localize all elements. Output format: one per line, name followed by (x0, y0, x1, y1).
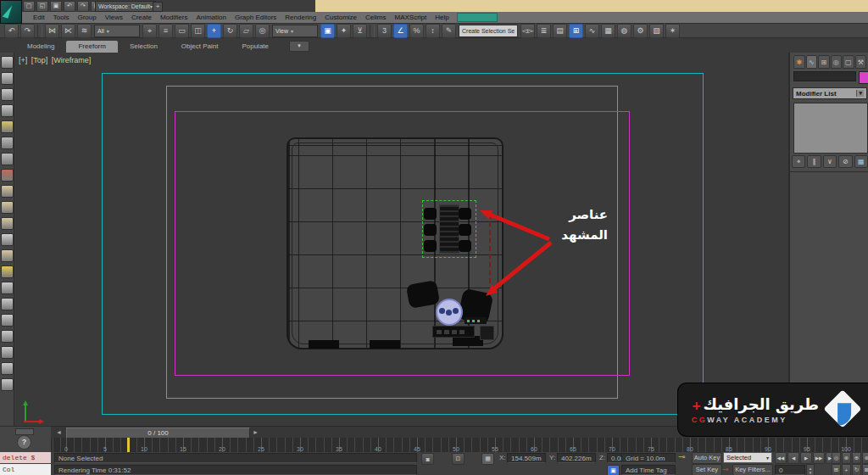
select-and-rotate-icon[interactable]: ↻ (223, 24, 237, 38)
render-setup-icon[interactable]: ⚙ (633, 24, 648, 38)
left-toolbar-icon-21[interactable] (1, 378, 14, 391)
y-coordinate-field[interactable]: 402.226m (557, 453, 596, 463)
select-and-manipulate-icon[interactable]: ✦ (337, 24, 351, 38)
zoom-button[interactable]: ◎ (832, 452, 841, 464)
select-object-icon[interactable]: ⌖ (142, 24, 157, 38)
left-toolbar-icon-10[interactable] (1, 201, 14, 214)
selection-filter-dropdown[interactable]: All (94, 25, 140, 37)
edit-named-selection-sets-icon[interactable]: ✎ (442, 24, 456, 38)
add-time-tag-field[interactable]: Add Time Tag (621, 465, 676, 475)
redo-quick-icon[interactable]: ↷ (77, 1, 89, 12)
ribbon-minimize-dropdown[interactable]: ▾ (289, 41, 309, 52)
viewport-menu-view[interactable]: [Top] (31, 56, 48, 64)
counter-object[interactable] (432, 326, 475, 338)
orbit-button[interactable]: ↻ (852, 464, 861, 475)
go-to-start-button[interactable]: ◀◀ (775, 452, 787, 464)
add-workspace-button[interactable]: + (153, 2, 163, 12)
auto-key-button[interactable]: Auto Key (692, 452, 722, 464)
tab-selection[interactable]: Selection (118, 41, 170, 53)
left-toolbar-icon-13[interactable] (1, 249, 14, 262)
zoom-region-button[interactable]: ⊞ (832, 464, 841, 475)
left-toolbar-icon-17[interactable] (1, 314, 14, 327)
angle-snap-toggle-icon[interactable]: ∠ (393, 24, 408, 38)
undo-quick-icon[interactable]: ↶ (64, 1, 75, 12)
left-toolbar-icon-11[interactable] (1, 217, 14, 230)
named-selection-sets-dropdown[interactable]: Create Selection Se (459, 25, 518, 37)
table-object[interactable] (439, 204, 459, 254)
zoom-extents-button[interactable]: ⊕ (852, 452, 861, 464)
left-toolbar-icon-19[interactable] (1, 346, 14, 359)
percent-snap-toggle-icon[interactable]: % (409, 24, 424, 38)
use-pivot-point-center-icon[interactable]: ▣ (320, 24, 335, 38)
modifier-stack-list[interactable] (793, 103, 868, 154)
tab-populate[interactable]: Populate (230, 41, 281, 53)
unlink-selection-icon[interactable]: ⋉ (61, 24, 75, 38)
pin-stack-button[interactable]: ⌖ (792, 155, 805, 168)
left-toolbar-icon-7[interactable] (1, 153, 14, 165)
selection-lock-toggle-icon[interactable]: ◙ (421, 453, 434, 465)
modifier-list-dropdown[interactable]: Modifier List (793, 87, 867, 99)
pan-button[interactable]: + (842, 464, 851, 475)
align-icon[interactable]: ≣ (537, 24, 551, 38)
save-file-icon[interactable]: ▣ (50, 1, 62, 12)
modify-tab[interactable]: ∿ (806, 55, 818, 69)
left-toolbar-icon-6[interactable] (1, 137, 14, 149)
mini-listener-pane[interactable]: Col Listener (0, 464, 51, 475)
play-button[interactable]: ▶ (800, 452, 812, 464)
curve-editor-icon[interactable]: ∿ (585, 24, 599, 38)
create-tab[interactable]: ✱ (793, 55, 805, 69)
left-toolbar-icon-2[interactable] (1, 72, 14, 85)
open-file-icon[interactable]: ◱ (36, 1, 48, 12)
layer-manager-icon[interactable]: ▤ (553, 24, 567, 38)
menu-customize[interactable]: Customize (320, 12, 361, 23)
rendered-frame-window-icon[interactable]: ▧ (649, 24, 664, 38)
menu-celims[interactable]: Celims (361, 12, 390, 23)
previous-frame-button[interactable]: ◀ (787, 452, 799, 464)
track-bar[interactable]: 0510152025303540455055606570758085909510… (51, 438, 868, 453)
menu-graph-editors[interactable]: Graph Editors (231, 12, 281, 23)
reference-coordinate-dropdown[interactable]: View (272, 25, 318, 37)
remove-modifier-button[interactable]: ⊘ (838, 155, 852, 168)
left-toolbar-icon-1[interactable] (1, 56, 14, 69)
zoom-extents-all-button[interactable]: ⊛ (862, 452, 868, 464)
round-table-object[interactable] (436, 299, 463, 326)
next-frame-button[interactable]: ▶▶ (813, 452, 825, 464)
left-toolbar-icon-15[interactable] (1, 282, 14, 294)
menu-tools[interactable]: Tools (49, 12, 74, 23)
hierarchy-tab[interactable]: ⊞ (818, 55, 830, 69)
time-slider-next-arrow[interactable]: ► (253, 429, 259, 435)
select-by-name-icon[interactable]: ≡ (159, 24, 173, 38)
chair-object[interactable] (424, 224, 437, 236)
object-name-field[interactable] (793, 71, 856, 81)
bind-to-space-warp-icon[interactable]: ≋ (77, 24, 92, 38)
motion-tab[interactable]: ◎ (831, 55, 843, 69)
left-toolbar-icon-16[interactable] (1, 298, 14, 310)
absolute-mode-toggle-icon[interactable]: ⊡ (452, 453, 465, 465)
tab-object-paint[interactable]: Object Paint (170, 41, 231, 53)
maximize-viewport-button[interactable]: ⊠ (862, 464, 868, 475)
help-icon[interactable]: ? (17, 435, 31, 450)
frame-spinner[interactable]: ▴▾ (806, 464, 815, 475)
mirror-icon[interactable]: ◅▻ (520, 24, 535, 38)
viewport-menu-plus[interactable]: [+] (19, 56, 27, 64)
undo-icon[interactable]: ↶ (4, 24, 19, 38)
new-scene-icon[interactable]: ▢ (23, 1, 35, 12)
spinner-snap-toggle-icon[interactable]: ↕ (426, 24, 440, 38)
select-and-place-icon[interactable]: ◎ (255, 24, 270, 38)
zoom-all-button[interactable]: ⊚ (842, 452, 851, 464)
x-coordinate-field[interactable]: 154.509m (507, 453, 546, 463)
menu-help[interactable]: Help (431, 12, 453, 23)
material-editor-icon[interactable]: ◍ (617, 24, 632, 38)
application-menu-button[interactable] (0, 0, 22, 24)
render-production-icon[interactable]: ✶ (665, 24, 680, 38)
left-toolbar-icon-5[interactable] (1, 120, 14, 133)
menu-rendering[interactable]: Rendering (281, 12, 320, 23)
left-toolbar-icon-20[interactable] (1, 362, 14, 375)
left-toolbar-icon-14[interactable] (1, 265, 14, 278)
schematic-view-icon[interactable]: ▦ (601, 24, 615, 38)
select-and-link-icon[interactable]: ⋈ (45, 24, 59, 38)
menu-views[interactable]: Views (101, 12, 127, 23)
current-frame-field[interactable]: 0 (775, 465, 805, 475)
keyboard-shortcut-override-icon[interactable]: ⊻ (353, 24, 367, 38)
left-toolbar-icon-9[interactable] (1, 185, 14, 198)
